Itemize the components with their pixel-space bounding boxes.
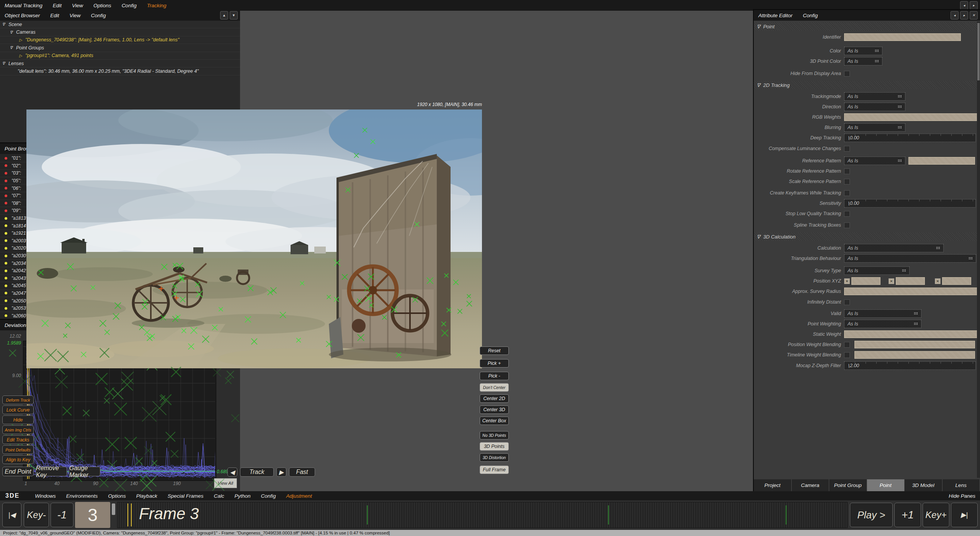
jump-to-end-button[interactable]: ▶| (951, 503, 978, 527)
attribute-text-input[interactable] (844, 330, 978, 338)
attribute-dropdown[interactable]: As Is (844, 266, 910, 275)
attribute-dropdown[interactable]: As Is (844, 244, 944, 252)
tree-row[interactable]: ∇ Cameras (0, 28, 240, 36)
attribute-checkbox[interactable] (844, 179, 850, 185)
point-action-button[interactable]: Gauge Marker (69, 467, 100, 476)
section-collapse-icon[interactable]: ∇ (757, 24, 760, 29)
menu-item[interactable]: Config (122, 3, 137, 8)
attribute-tab[interactable]: Point (867, 479, 905, 491)
main-menu-item[interactable]: Adjustment (286, 493, 312, 499)
slider-handle-icon[interactable]: ∖ (847, 135, 850, 141)
y-value-input[interactable] (896, 277, 925, 285)
panel-arrow-button[interactable]: ▸ (960, 11, 968, 20)
menu-item[interactable]: Edit (53, 3, 62, 8)
view-control-button[interactable]: Pick - (480, 372, 509, 380)
panel-arrow-button[interactable]: ◂ (951, 11, 959, 20)
panel-arrow-button[interactable]: ◂ (960, 1, 968, 10)
attribute-checkbox[interactable] (844, 299, 850, 305)
tree-row[interactable]: ▷ "Dungeness_7049f238": [Main], 246 Fram… (0, 36, 240, 44)
attribute-dropdown[interactable]: As Is (844, 123, 905, 132)
menu-item[interactable]: Config (803, 13, 818, 18)
main-menu-item[interactable]: Environments (66, 493, 98, 499)
attribute-checkbox[interactable] (844, 222, 850, 228)
x-enabled-checkbox[interactable]: ✕ (844, 278, 850, 284)
main-menu-item[interactable]: Playback (136, 493, 157, 499)
expander-icon[interactable]: ∇ (2, 61, 8, 65)
jump-to-start-button[interactable]: |◀ (2, 503, 21, 527)
view-control-button[interactable]: Full Frame (480, 466, 509, 474)
attribute-checkbox[interactable] (844, 146, 850, 152)
attribute-text-input[interactable] (844, 288, 978, 295)
main-menu-item[interactable]: Special Frames (168, 493, 204, 499)
attribute-tab[interactable]: 3D Model (905, 479, 942, 491)
minus-one-button[interactable]: -1 (51, 503, 74, 527)
tracking-tool-button[interactable]: Lock Curve (2, 405, 34, 414)
attribute-dropdown[interactable]: As Is (844, 57, 882, 65)
attribute-scrollbar[interactable] (977, 21, 980, 478)
attribute-dropdown[interactable]: As Is (844, 320, 921, 328)
menu-item[interactable]: Attribute Editor (758, 13, 792, 18)
menu-item[interactable]: Edit (50, 13, 59, 18)
section-collapse-icon[interactable]: ∇ (757, 82, 760, 88)
main-menu-item[interactable]: Windows (35, 493, 56, 499)
transport-button[interactable]: ◀ (227, 467, 237, 477)
attribute-dropdown[interactable]: As Is (844, 103, 905, 111)
menu-item[interactable]: Manual Tracking (5, 3, 42, 8)
slider-handle-icon[interactable]: ∖ (847, 201, 850, 206)
panel-arrow-button[interactable]: ▸ (970, 1, 978, 10)
tree-row[interactable]: ∇ Point Groups (0, 44, 240, 52)
plus-one-button[interactable]: +1 (894, 503, 921, 527)
view-control-button[interactable]: Don't Center (480, 383, 509, 392)
attribute-dropdown[interactable]: As Is (844, 254, 976, 263)
attribute-tab[interactable]: Point Group (829, 479, 867, 491)
transport-button[interactable]: Fast (289, 467, 315, 477)
attribute-tab[interactable]: Project (754, 479, 792, 491)
main-menu-item[interactable]: Calc (214, 493, 224, 499)
menu-item[interactable]: Config (91, 13, 106, 18)
attribute-checkbox[interactable] (844, 168, 850, 174)
slider-handle-icon[interactable]: ∖ (847, 363, 850, 369)
panel-arrow-button[interactable]: ▼ (230, 11, 238, 20)
tracking-tool-button[interactable]: Align to Key (2, 455, 34, 464)
transport-button[interactable]: ▶ (276, 467, 286, 477)
attribute-dropdown[interactable]: As Is (844, 309, 921, 318)
attribute-text-input[interactable] (854, 351, 975, 359)
menu-item[interactable]: Options (93, 3, 111, 8)
timeline-strip[interactable]: Frame 3 (117, 502, 848, 528)
attribute-checkbox[interactable] (844, 190, 850, 196)
tracking-tool-button[interactable]: Anim Img Ctrls (2, 425, 34, 434)
expander-icon[interactable]: ∇ (2, 22, 8, 26)
view-control-button[interactable]: Pick + (480, 359, 509, 368)
attribute-dropdown[interactable]: As Is (844, 92, 905, 101)
expander-icon[interactable]: ∇ (10, 46, 16, 50)
view-control-button[interactable]: Reset (480, 346, 509, 355)
menu-item[interactable]: Tracking (147, 3, 167, 8)
point-action-button[interactable]: Remove Key (36, 467, 67, 476)
menu-item[interactable]: Object Browser (5, 13, 40, 18)
attribute-text-input[interactable] (854, 341, 975, 348)
attribute-dropdown[interactable]: As Is (844, 157, 905, 165)
main-menu-item[interactable]: Python (234, 493, 250, 499)
menu-item[interactable]: View (70, 13, 81, 18)
attribute-checkbox[interactable] (844, 352, 850, 358)
expander-icon[interactable]: ▷ (19, 38, 25, 42)
attribute-text-input[interactable] (844, 33, 961, 41)
tracking-tool-button[interactable]: Deform Track (2, 395, 34, 404)
tree-row[interactable]: "default lens": 30.46 mm, 36.00 mm x 20.… (0, 67, 240, 75)
attribute-tab[interactable]: Camera (792, 479, 830, 491)
view-control-button[interactable]: No 3D Points (480, 431, 509, 440)
point-action-button[interactable]: End Point (2, 467, 34, 476)
attribute-checkbox[interactable] (844, 211, 850, 217)
tree-row[interactable]: ▷ "pgroup#1": Camera, 491 points (0, 52, 240, 60)
attribute-dropdown[interactable]: As Is (844, 47, 882, 55)
attribute-checkbox[interactable] (844, 342, 850, 348)
view-control-button[interactable]: 3D Distortion (480, 453, 509, 462)
attribute-text-input[interactable] (844, 113, 978, 121)
panel-arrow-button[interactable]: ✕ (970, 11, 978, 20)
key-minus-button[interactable]: Key- (24, 503, 49, 527)
tracking-tool-button[interactable]: Point Defaults (2, 445, 34, 454)
attribute-checkbox[interactable] (844, 71, 850, 77)
play-button[interactable]: Play > (850, 503, 893, 527)
attribute-slider[interactable]: ∖ 0.00 (844, 199, 976, 208)
y-enabled-checkbox[interactable]: ✕ (889, 278, 894, 284)
